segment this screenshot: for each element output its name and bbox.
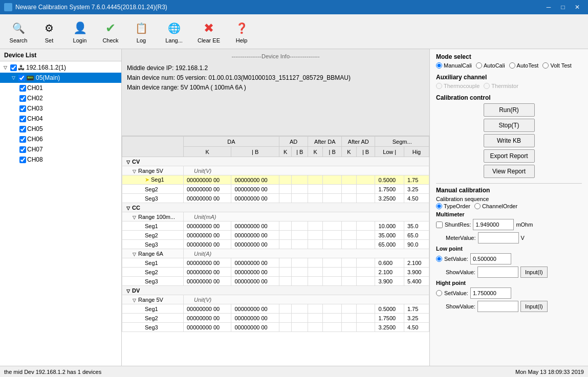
- table-row[interactable]: Seg100000000 0000000000 000.6002.100: [122, 258, 429, 268]
- table-row[interactable]: Seg100000000 0000000000 0010.00035.0: [122, 221, 429, 231]
- type-order-label: TypeOrder: [444, 203, 470, 209]
- divider-1: [436, 183, 582, 184]
- after-da-b: [323, 304, 342, 314]
- after-da-k: [308, 268, 323, 277]
- low-set-value-input[interactable]: [470, 253, 511, 264]
- tree-item-ch07[interactable]: CH07: [0, 144, 121, 154]
- table-row[interactable]: Seg200000000 0000000000 001.75003.25: [122, 314, 429, 323]
- da-k: 00000000 00: [184, 268, 231, 277]
- section-label: ▽DV: [122, 286, 429, 295]
- channel-order-option[interactable]: ChannelOrder: [474, 203, 517, 209]
- high-input-button[interactable]: Input(I): [520, 301, 548, 312]
- high-set-value-input[interactable]: [470, 287, 511, 299]
- checkbox-ch02[interactable]: [19, 95, 26, 102]
- checkbox-ch07[interactable]: [19, 146, 26, 153]
- ad-b: [292, 323, 308, 332]
- radio-channel-order[interactable]: [474, 203, 481, 209]
- calibration-sequence-label: Calibration sequence: [436, 196, 582, 202]
- close-button[interactable]: ✕: [571, 2, 584, 12]
- clearee-button[interactable]: ✖ Clear EE: [192, 16, 225, 47]
- check-button[interactable]: ✔ Check: [96, 16, 125, 47]
- table-row[interactable]: Seg200000000 0000000000 001.75003.25: [122, 185, 429, 194]
- low-input-button[interactable]: Input(I): [520, 267, 548, 278]
- checkbox-ch08[interactable]: [19, 157, 26, 163]
- tree-item-ch02[interactable]: CH02: [0, 93, 121, 103]
- minimize-button[interactable]: ─: [542, 2, 555, 12]
- table-row[interactable]: Seg200000000 0000000000 0035.00065.0: [122, 231, 429, 240]
- tree-item-root[interactable]: ▽ 🖧 192.168.1.2(1): [0, 62, 121, 73]
- checkbox-ch06[interactable]: [19, 136, 26, 143]
- table-row[interactable]: Seg100000000 0000000000 000.50001.75: [122, 304, 429, 314]
- da-k: 00000000 00: [184, 231, 231, 240]
- set-button[interactable]: ⚙ Set: [35, 16, 63, 47]
- tree-item-ch01[interactable]: CH01: [0, 83, 121, 93]
- tree-item-main[interactable]: ▽ 📟 05(Main): [0, 73, 121, 83]
- table-row[interactable]: Seg300000000 0000000000 003.9005.400: [122, 277, 429, 286]
- shunt-res-checkbox[interactable]: [436, 221, 443, 228]
- table-row[interactable]: Seg300000000 0000000000 003.25004.50: [122, 194, 429, 203]
- help-button[interactable]: ❓ Help: [227, 16, 256, 47]
- checkbox-main[interactable]: [18, 75, 25, 81]
- aux-thermistor[interactable]: Thermistor: [484, 83, 518, 89]
- mode-auto-test[interactable]: AutoTest: [509, 62, 539, 69]
- table-range-row: ▽Range 5VUnit(V): [122, 166, 429, 175]
- checkbox-ch04[interactable]: [19, 116, 26, 122]
- seg-high: 1.75: [404, 175, 429, 185]
- shunt-res-input[interactable]: [473, 219, 514, 230]
- export-report-button[interactable]: Export Report: [484, 149, 535, 163]
- view-report-button[interactable]: View Report: [484, 165, 535, 178]
- da-k: 00000000 00: [184, 258, 231, 268]
- after-ad-k: [342, 240, 356, 249]
- radio-auto-cali[interactable]: [476, 62, 482, 69]
- segment-group-header: Segm...: [375, 137, 429, 147]
- after-ad-b: [356, 175, 375, 185]
- expand-root-icon[interactable]: ▽: [1, 63, 9, 72]
- table-row[interactable]: Seg300000000 0000000000 003.25004.50: [122, 323, 429, 332]
- radio-volt-test[interactable]: [542, 62, 549, 69]
- checkbox-ch01[interactable]: [19, 85, 26, 92]
- checkbox-root[interactable]: [10, 64, 17, 71]
- maximize-button[interactable]: □: [556, 2, 570, 12]
- after-ad-k: [342, 185, 356, 194]
- data-table-area[interactable]: DA AD After DA After AD Segm... K | B K …: [122, 136, 429, 366]
- table-row[interactable]: Seg300000000 0000000000 0065.00090.0: [122, 240, 429, 249]
- search-button[interactable]: 🔍 Search: [4, 16, 33, 47]
- device-tree[interactable]: ▽ 🖧 192.168.1.2(1) ▽ 📟 05(Main) CH01 CH0…: [0, 61, 121, 366]
- table-row[interactable]: ➤Seg100000000 0000000000 000.50001.75: [122, 175, 429, 185]
- low-show-value-input[interactable]: [477, 267, 518, 278]
- expand-main-icon[interactable]: ▽: [9, 74, 17, 82]
- search-icon: 🔍: [10, 20, 27, 36]
- mode-volt-test[interactable]: Volt Test: [542, 62, 571, 69]
- tree-item-ch05[interactable]: CH05: [0, 124, 121, 134]
- ad-b: [292, 231, 308, 240]
- tree-item-ch04[interactable]: CH04: [0, 114, 121, 124]
- login-button[interactable]: 👤 Login: [66, 16, 94, 47]
- tree-item-ch08[interactable]: CH08: [0, 154, 121, 165]
- set-label: Set: [45, 37, 54, 43]
- high-set-value-label: SetValue:: [444, 290, 468, 296]
- radio-auto-test[interactable]: [509, 62, 515, 69]
- low-set-value-radio[interactable]: [436, 256, 442, 262]
- high-set-value-radio[interactable]: [436, 290, 442, 296]
- run-button[interactable]: Run(R): [484, 103, 535, 117]
- lang-button[interactable]: 🌐 Lang...: [158, 16, 190, 47]
- seg-name: Seg2: [122, 185, 184, 194]
- high-show-value-input[interactable]: [477, 301, 518, 312]
- mode-auto-cali[interactable]: AutoCali: [476, 62, 505, 69]
- mode-manual-cali[interactable]: ManualCali: [436, 62, 472, 69]
- tree-item-ch06[interactable]: CH06: [0, 134, 121, 144]
- tree-item-ch03[interactable]: CH03: [0, 103, 121, 114]
- lang-icon: 🌐: [166, 20, 182, 36]
- main-layout: Device List ▽ 🖧 192.168.1.2(1) ▽ 📟 05(Ma…: [0, 49, 588, 366]
- checkbox-ch03[interactable]: [19, 105, 26, 112]
- write-kb-button[interactable]: Write KB: [484, 134, 535, 147]
- checkbox-ch05[interactable]: [19, 126, 26, 132]
- log-button[interactable]: 📋 Log: [127, 16, 156, 47]
- aux-thermocouple[interactable]: Thermocouple: [436, 83, 480, 89]
- stop-button[interactable]: Stop(T): [484, 119, 535, 132]
- meter-value-input[interactable]: [478, 232, 519, 243]
- radio-type-order[interactable]: [436, 203, 442, 209]
- table-row[interactable]: Seg200000000 0000000000 002.1003.900: [122, 268, 429, 277]
- radio-manual-cali[interactable]: [436, 62, 442, 69]
- type-order-option[interactable]: TypeOrder: [436, 203, 470, 209]
